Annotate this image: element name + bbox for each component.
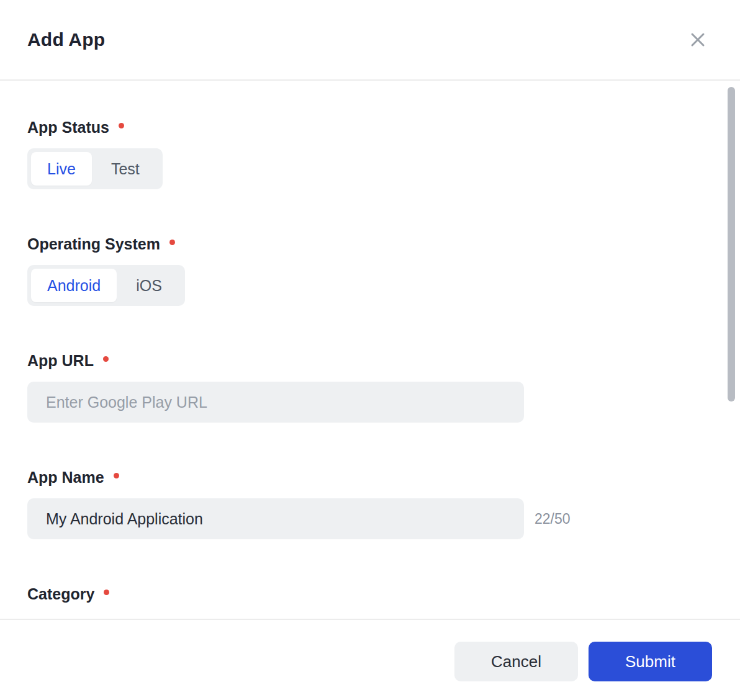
field-category: Category: [27, 585, 713, 603]
submit-button[interactable]: Submit: [589, 642, 712, 681]
category-label: Category: [27, 585, 94, 603]
modal-body: App Status Live Test Operating System An…: [0, 119, 740, 603]
modal-header: Add App: [0, 0, 740, 81]
required-dot: [114, 473, 119, 478]
app-name-char-counter: 22/50: [535, 511, 571, 527]
field-app-name: App Name 22/50: [27, 469, 713, 539]
category-label-row: Category: [27, 585, 109, 603]
modal-title: Add App: [27, 29, 105, 50]
app-status-label: App Status: [27, 119, 109, 137]
app-status-option-live[interactable]: Live: [31, 152, 92, 186]
close-button[interactable]: [685, 27, 710, 52]
app-status-segmented-control: Live Test: [27, 148, 163, 189]
operating-system-segmented-control: Android iOS: [27, 265, 185, 306]
app-status-label-row: App Status: [27, 119, 124, 137]
os-option-ios[interactable]: iOS: [117, 269, 181, 302]
required-dot: [169, 240, 175, 245]
app-name-input[interactable]: [27, 498, 524, 539]
required-dot: [103, 356, 109, 362]
required-dot: [104, 590, 109, 595]
required-dot: [119, 123, 124, 128]
app-name-label: App Name: [27, 469, 104, 487]
field-app-url: App URL: [27, 352, 713, 423]
operating-system-label-row: Operating System: [27, 235, 175, 253]
app-name-label-row: App Name: [27, 469, 119, 487]
app-status-option-test[interactable]: Test: [92, 152, 159, 186]
field-app-status: App Status Live Test: [27, 119, 713, 189]
close-icon: [688, 30, 707, 49]
field-operating-system: Operating System Android iOS: [27, 235, 713, 306]
operating-system-label: Operating System: [27, 235, 160, 253]
add-app-modal: Add App App Status Live Test: [0, 0, 740, 700]
os-option-android[interactable]: Android: [31, 269, 117, 302]
cancel-button[interactable]: Cancel: [454, 642, 578, 681]
modal-footer: Cancel Submit: [0, 619, 740, 700]
app-url-input[interactable]: [27, 382, 524, 423]
app-url-label: App URL: [27, 352, 94, 370]
app-url-label-row: App URL: [27, 352, 109, 370]
scrollbar-thumb[interactable]: [728, 87, 735, 402]
